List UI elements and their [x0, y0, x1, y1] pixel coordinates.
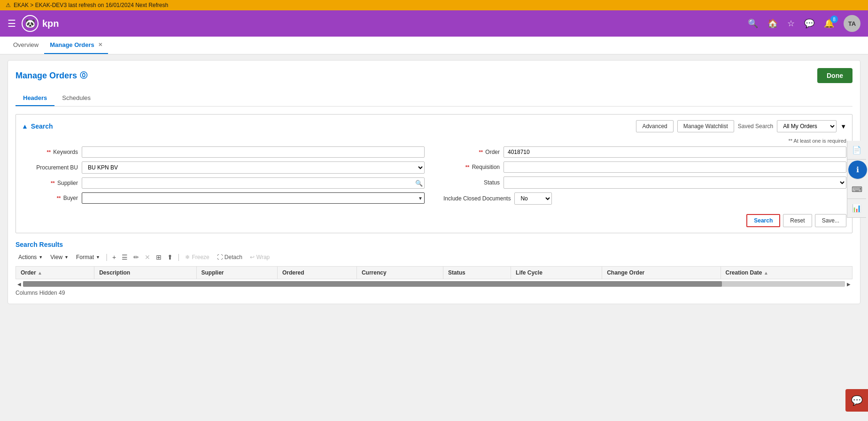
rows-view-button[interactable]: ☰ — [120, 252, 130, 262]
freeze-button[interactable]: ❄ Freeze — [182, 253, 212, 262]
requisition-label: ** Requisition — [443, 164, 500, 170]
scroll-right-icon[interactable]: ▶ — [845, 282, 852, 287]
saved-search-select[interactable]: All My Orders My Open Orders Recent Orde… — [777, 120, 837, 132]
tab-schedules[interactable]: Schedules — [54, 91, 98, 106]
required-note: ** At least one is required — [22, 138, 846, 144]
section-tabs: Headers Schedules — [16, 91, 852, 107]
right-sidebar: 📄 ℹ ⌨ 📊 — [847, 141, 868, 218]
col-description[interactable]: Description — [94, 267, 196, 279]
wrap-icon: ↩ — [250, 254, 255, 260]
detach-button[interactable]: ⛶ Detach — [214, 253, 245, 262]
col-change-order[interactable]: Change Order — [602, 267, 721, 279]
collapse-icon[interactable]: ▲ — [22, 122, 28, 130]
export-button[interactable]: ⬆ — [165, 252, 175, 262]
tab-overview[interactable]: Overview — [8, 37, 44, 54]
save-button[interactable]: Save... — [815, 214, 846, 227]
tab-manage-orders[interactable]: Manage Orders ✕ — [44, 37, 108, 54]
search-icon[interactable]: 🔍 — [748, 18, 758, 29]
sidebar-chart-icon[interactable]: 📊 — [847, 199, 866, 218]
requisition-row: ** Requisition — [443, 161, 846, 173]
header-left: ☰ 🐼 kpn — [8, 15, 748, 32]
include-closed-row: Include Closed Documents No Yes — [443, 192, 846, 205]
search-title: Search — [31, 122, 53, 130]
search-actions: Search Reset Save... — [22, 214, 846, 227]
format-arrow-icon: ▼ — [96, 255, 100, 260]
left-fields: ** Keywords Procurement BU BU KPN BV BU … — [22, 146, 425, 208]
table-scrollbar-row: ◀ ▶ — [16, 281, 852, 287]
page-title-row: Manage Orders ⓪ Done — [16, 68, 852, 83]
procurement-bu-select[interactable]: BU KPN BV BU KPN NL BU KPN INT — [82, 161, 425, 174]
order-row: ** Order — [443, 146, 846, 158]
logo-text: kpn — [42, 18, 59, 29]
procurement-bu-row: Procurement BU BU KPN BV BU KPN NL BU KP… — [22, 161, 425, 174]
view-menu[interactable]: View ▼ — [47, 253, 71, 262]
supplier-row: ** Supplier 🔍 — [22, 177, 425, 189]
edit-button[interactable]: ✏ — [132, 252, 141, 262]
order-input[interactable] — [504, 146, 846, 158]
actions-menu[interactable]: Actions ▼ — [16, 253, 46, 262]
page-title-group: Manage Orders ⓪ — [16, 71, 87, 81]
col-order[interactable]: Order ▲ — [16, 267, 94, 279]
freeze-label: Freeze — [192, 254, 209, 260]
results-table: Order ▲ Description Supplier Ordered Cur… — [16, 266, 852, 279]
buyer-dropdown-icon[interactable]: ▼ — [418, 196, 423, 201]
keywords-required: ** — [46, 149, 51, 155]
scroll-left-icon[interactable]: ◀ — [16, 282, 23, 287]
col-lifecycle[interactable]: Life Cycle — [511, 267, 602, 279]
supplier-search-icon[interactable]: 🔍 — [415, 180, 423, 187]
requisition-input[interactable] — [504, 161, 846, 173]
search-button[interactable]: Search — [746, 214, 780, 227]
done-button[interactable]: Done — [817, 68, 852, 83]
requisition-required: ** — [465, 164, 470, 170]
keywords-input[interactable] — [82, 146, 425, 158]
col-status[interactable]: Status — [443, 267, 511, 279]
keywords-label: ** Keywords — [22, 149, 78, 155]
search-title-group: ▲ Search — [22, 122, 53, 130]
col-supplier[interactable]: Supplier — [196, 267, 277, 279]
order-required: ** — [479, 149, 483, 155]
wrap-label: Wrap — [256, 254, 270, 260]
delete-button[interactable]: ✕ — [143, 252, 152, 262]
logo-area: 🐼 kpn — [22, 15, 59, 32]
detach-label: Detach — [225, 254, 242, 260]
reset-button[interactable]: Reset — [783, 214, 812, 227]
separator-1: | — [106, 253, 108, 261]
advanced-button[interactable]: Advanced — [636, 120, 673, 132]
home-icon[interactable]: 🏠 — [767, 18, 778, 29]
tabs-bar: Overview Manage Orders ✕ — [0, 37, 868, 54]
col-currency[interactable]: Currency — [356, 267, 443, 279]
tab-close-icon[interactable]: ✕ — [98, 42, 102, 48]
main-content: Manage Orders ⓪ Done Headers Schedules ▲… — [0, 54, 868, 310]
favorites-icon[interactable]: ☆ — [787, 18, 795, 29]
help-icon[interactable]: ⓪ — [80, 71, 87, 81]
status-select[interactable]: Open Closed Cancelled Finally Closed — [504, 176, 846, 189]
buyer-input[interactable] — [82, 192, 425, 204]
col-creation-date[interactable]: Creation Date ▲ — [721, 267, 852, 279]
notification-bar: ⚠ EKAK > EKAK-DEV3 last refresh on 16/01… — [0, 0, 868, 10]
header-right: 🔍 🏠 ☆ 💬 🔔 8 TA — [748, 15, 860, 32]
sidebar-info-icon[interactable]: ℹ — [848, 161, 867, 179]
notifications[interactable]: 🔔 8 — [824, 18, 834, 29]
sidebar-document-icon[interactable]: 📄 — [847, 141, 866, 160]
tab-overview-label: Overview — [13, 41, 39, 48]
results-title: Search Results — [16, 241, 852, 248]
format-label: Format — [76, 254, 94, 260]
hierarchy-button[interactable]: ⊞ — [154, 252, 163, 262]
wrap-button[interactable]: ↩ Wrap — [247, 253, 272, 262]
search-header: ▲ Search Advanced Manage Watchlist Saved… — [22, 120, 846, 132]
user-avatar[interactable]: TA — [844, 15, 860, 32]
actions-label: Actions — [18, 254, 37, 260]
include-closed-select[interactable]: No Yes — [514, 192, 552, 205]
status-label: Status — [443, 179, 500, 186]
format-menu[interactable]: Format ▼ — [73, 253, 103, 262]
col-ordered[interactable]: Ordered — [277, 267, 356, 279]
results-toolbar: Actions ▼ View ▼ Format ▼ | + ☰ ✏ ✕ ⊞ ⬆ … — [16, 252, 852, 262]
tab-headers[interactable]: Headers — [16, 91, 54, 106]
add-row-button[interactable]: + — [110, 252, 118, 262]
sidebar-keyboard-icon[interactable]: ⌨ — [847, 180, 866, 199]
view-label: View — [50, 254, 62, 260]
supplier-input[interactable] — [82, 177, 425, 189]
messages-icon[interactable]: 💬 — [804, 18, 814, 29]
manage-watchlist-button[interactable]: Manage Watchlist — [677, 120, 734, 132]
hamburger-menu[interactable]: ☰ — [8, 18, 16, 29]
